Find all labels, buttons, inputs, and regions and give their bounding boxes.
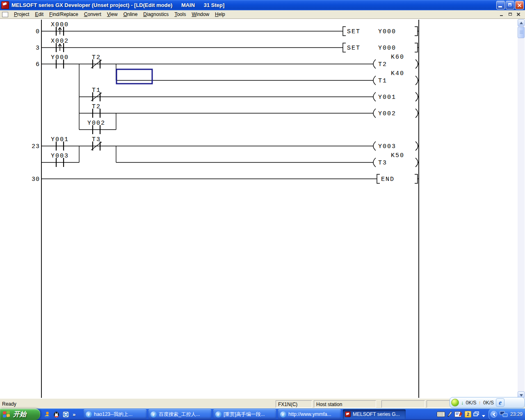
scroll-up-button[interactable] (518, 19, 525, 26)
ladder-contact-y002-no[interactable]: Y002 (87, 120, 105, 134)
ie-task-icon: e (151, 411, 157, 418)
contact-label: X000 (51, 21, 69, 28)
menu-item-window[interactable]: Window (189, 10, 212, 18)
ladder-contact-y003-no[interactable]: Y003 (51, 153, 69, 167)
ie-browser-icon[interactable]: e (496, 398, 504, 407)
ime-status-icon[interactable] (454, 411, 463, 418)
coil-left-paren (373, 158, 376, 167)
title-bar: MELSOFT series GX Developer (Unset proje… (0, 0, 525, 10)
tray-clock[interactable]: 23:29 (510, 411, 523, 417)
minimize-button[interactable] (496, 1, 505, 9)
ime-number-icon[interactable]: 2 (465, 411, 471, 418)
instr-opcode: SET (347, 45, 361, 52)
language-bar-restore-icon[interactable] (473, 411, 480, 417)
close-button[interactable] (515, 1, 524, 9)
coil-label: T2 (378, 61, 387, 68)
window-title: MELSOFT series GX Developer (Unset proje… (11, 2, 496, 8)
ladder-step-number: 6 (36, 61, 40, 68)
taskbar-button-melsoft[interactable]: MELSOFT series G... (343, 409, 406, 419)
start-button[interactable]: 开始 (0, 409, 40, 420)
instr-left-bracket (343, 43, 346, 52)
ie-task-icon: e (215, 411, 221, 418)
mdi-close-button[interactable] (515, 11, 522, 17)
network-speed-widget[interactable]: ↓ 0K/S ↑ 0K/S e (450, 397, 525, 408)
menu-item-convert[interactable]: Convert (81, 10, 104, 18)
system-tray: 2 23:29 (437, 409, 525, 420)
ladder-coil-y002[interactable]: Y002 (373, 109, 419, 118)
menu-item-project[interactable]: Project (11, 10, 32, 18)
ladder-coil-t1[interactable]: T1K40 (373, 70, 419, 85)
ladder-diagram[interactable]: 0362330X000X002Y000T2T1T2Y002Y001T3Y003T… (0, 19, 518, 398)
ladder-coil-y001[interactable]: Y001 (373, 92, 419, 101)
ladder-coil-t2[interactable]: T2K60 (373, 54, 419, 68)
taskbar-buttons: ehao123--我的上...e百度搜索_工控人...e[重赏]高手编一段...… (84, 409, 406, 419)
melsoft-app-icon[interactable] (1, 1, 9, 9)
ladder-contact-t2-nc[interactable]: T2 (91, 54, 102, 68)
scrollbar-thumb[interactable] (518, 27, 525, 38)
ladder-contact-t2-no[interactable]: T2 (92, 103, 101, 118)
ladder-instruction-end[interactable]: END (377, 174, 419, 183)
menu-item-diagnostics[interactable]: Diagnostics (140, 10, 171, 18)
menu-item-online[interactable]: Online (121, 10, 141, 18)
upload-speed: 0K/S (483, 400, 494, 406)
status-panel-empty-1 (381, 400, 425, 408)
ie-task-icon: e (280, 411, 286, 418)
ladder-contact-x000-rising[interactable]: X000 (51, 21, 69, 36)
contact-label: Y000 (51, 54, 69, 61)
menu-items: ProjectEditFind/ReplaceConvertViewOnline… (11, 10, 228, 18)
mdi-restore-button[interactable] (507, 11, 514, 17)
taskbar-button-forum-post[interactable]: e[重赏]高手编一段... (213, 409, 276, 419)
pen-icon[interactable] (447, 411, 452, 418)
ladder-coil-t3[interactable]: T3K50 (373, 152, 419, 167)
quick-launch-messenger-icon[interactable] (43, 411, 50, 418)
menu-item-tools[interactable]: Tools (171, 10, 189, 18)
ladder-contact-x002-rising[interactable]: X002 (51, 38, 69, 52)
quick-launch-bar: » (43, 410, 75, 419)
ladder-step-number: 0 (36, 28, 40, 35)
contact-label: Y001 (51, 136, 69, 143)
taskbar-button-ymmfa-url[interactable]: ehttp://www.ymmfa... (278, 409, 341, 419)
ladder-contact-t3-nc[interactable]: T3 (91, 136, 102, 151)
contact-label: T3 (92, 136, 101, 143)
ladder-instruction-set[interactable]: SETY000 (343, 27, 419, 36)
network-icon[interactable] (500, 411, 508, 418)
screen: MELSOFT series GX Developer (Unset proje… (0, 0, 525, 420)
ladder-editor[interactable]: 0362330X000X002Y000T2T1T2Y002Y001T3Y003T… (0, 19, 518, 398)
vertical-scrollbar[interactable] (518, 19, 525, 398)
mdi-minimize-button[interactable] (499, 11, 505, 17)
menu-item-find-replace[interactable]: Find/Replace (46, 10, 81, 18)
ladder-instruction-set[interactable]: SETY000 (343, 43, 419, 52)
arrow-up-icon (520, 22, 523, 24)
ladder-coil-y003[interactable]: Y003 (373, 142, 419, 151)
download-arrow-icon: ↓ (461, 399, 464, 406)
quick-launch-overflow-chevron[interactable]: » (73, 411, 75, 418)
quick-launch-ie-icon[interactable] (62, 411, 69, 418)
language-bar-options-caret[interactable] (482, 415, 485, 417)
mdi-child-icon[interactable] (2, 12, 8, 17)
ladder-contact-y001-no[interactable]: Y001 (51, 136, 69, 151)
security-orb-icon[interactable] (451, 399, 459, 406)
menu-item-edit[interactable]: Edit (32, 10, 46, 18)
ie-task-icon: e (86, 411, 92, 418)
menu-item-view[interactable]: View (104, 10, 121, 18)
restore-button[interactable] (506, 1, 514, 9)
coil-left-paren (373, 109, 376, 118)
ladder-edit-cursor[interactable] (116, 69, 152, 84)
keyboard-icon[interactable] (437, 411, 445, 417)
taskbar-button-hao123[interactable]: ehao123--我的上... (84, 409, 146, 419)
instr-right-bracket (415, 27, 418, 36)
hide-icons-chevron[interactable] (491, 411, 497, 418)
menu-item-help[interactable]: Help (212, 10, 228, 18)
taskbar-button-label: [重赏]高手编一段... (224, 411, 265, 418)
taskbar-button-baidu-search[interactable]: e百度搜索_工控人... (148, 409, 211, 419)
instr-opcode: END (381, 176, 395, 183)
ladder-step-number: 23 (32, 143, 40, 150)
ladder-contact-y000-no[interactable]: Y000 (51, 54, 69, 68)
ladder-step-number: 3 (36, 45, 40, 52)
download-speed: 0K/S (466, 400, 477, 406)
arrow-down-icon (520, 394, 523, 397)
instr-left-bracket (377, 174, 380, 183)
ladder-contact-t1-nc[interactable]: T1 (91, 87, 102, 101)
taskbar-button-label: 百度搜索_工控人... (159, 411, 200, 418)
quick-launch-qq-icon[interactable] (53, 411, 60, 418)
